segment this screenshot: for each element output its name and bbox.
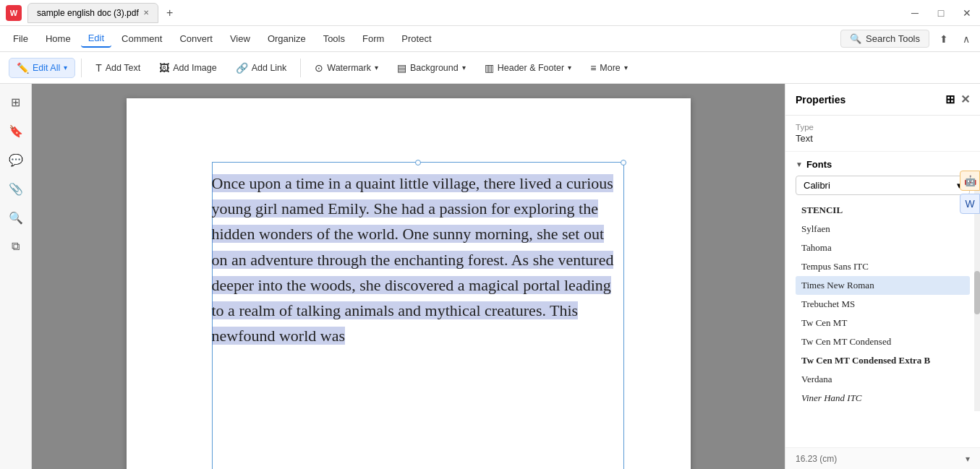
font-dropdown[interactable]: Calibri ▾ bbox=[796, 176, 970, 195]
add-text-button[interactable]: T Add Text bbox=[88, 58, 148, 78]
collapse-button[interactable]: ∧ bbox=[958, 30, 974, 48]
add-image-icon: 🖼 bbox=[159, 62, 169, 74]
sidebar-icon-search[interactable]: 🔍 bbox=[4, 205, 28, 230]
left-sidebar: ⊞ 🔖 💬 📎 🔍 ⧉ bbox=[0, 84, 32, 469]
main-content: ⊞ 🔖 💬 📎 🔍 ⧉ Once upon a time in a quaint… bbox=[0, 84, 980, 469]
new-tab-button[interactable]: + bbox=[161, 4, 179, 22]
sidebar-icon-bookmarks[interactable]: 🔖 bbox=[4, 119, 28, 143]
menu-comment[interactable]: Comment bbox=[114, 30, 169, 47]
font-list-item[interactable]: Trebuchet MS bbox=[796, 295, 970, 314]
sidebar-icon-attachments[interactable]: 📎 bbox=[4, 176, 28, 201]
edit-icon: ✏️ bbox=[17, 62, 29, 74]
title-bar: W sample english doc (3).pdf ✕ + ─ □ ✕ bbox=[0, 0, 980, 26]
font-list-item[interactable]: Tempus Sans ITC bbox=[796, 257, 970, 276]
fonts-section: ▼ Fonts Calibri ▾ STENCILSylfaenTahomaTe… bbox=[785, 152, 980, 469]
edit-all-button[interactable]: ✏️ Edit All ▾ bbox=[9, 58, 75, 78]
measure-dropdown-arrow[interactable]: ▾ bbox=[966, 454, 970, 464]
add-link-icon: 🔗 bbox=[236, 62, 248, 74]
more-icon: ≡ bbox=[590, 62, 596, 74]
toolbar-separator-2 bbox=[300, 59, 301, 77]
scrollbar-thumb[interactable] bbox=[974, 271, 980, 314]
resize-handle-top-right[interactable] bbox=[621, 160, 626, 165]
background-icon: ▤ bbox=[397, 62, 406, 74]
fonts-collapse-arrow: ▼ bbox=[796, 160, 803, 168]
header-footer-label: Header & Footer bbox=[498, 63, 564, 73]
font-list-item[interactable]: Tw Cen MT bbox=[796, 314, 970, 332]
header-footer-button[interactable]: ▥ Header & Footer ▾ bbox=[477, 58, 579, 78]
sidebar-icon-pages[interactable]: ⊞ bbox=[4, 90, 28, 114]
background-button[interactable]: ▤ Background ▾ bbox=[389, 58, 474, 78]
type-section: Type Text bbox=[785, 116, 980, 152]
watermark-label: Watermark bbox=[327, 63, 371, 73]
right-edge-icons: 🤖 W bbox=[960, 171, 980, 215]
pdf-page: Once upon a time in a quaint little vill… bbox=[127, 98, 691, 469]
font-list-item[interactable]: Tw Cen MT Condensed Extra B bbox=[796, 351, 970, 370]
menu-file[interactable]: File bbox=[6, 30, 35, 47]
bottom-measure-bar: 16.23 (cm) ▾ bbox=[785, 447, 980, 469]
maximize-button[interactable]: □ bbox=[934, 6, 948, 20]
properties-close-button[interactable]: ✕ bbox=[960, 92, 970, 106]
header-footer-arrow: ▾ bbox=[568, 64, 571, 72]
tab-close-button[interactable]: ✕ bbox=[143, 9, 149, 17]
pdf-text-block[interactable]: Once upon a time in a quaint little vill… bbox=[212, 171, 624, 348]
menu-edit[interactable]: Edit bbox=[81, 30, 111, 48]
search-tools-button[interactable]: 🔍 Search Tools bbox=[840, 30, 929, 48]
menu-tools[interactable]: Tools bbox=[316, 30, 352, 47]
type-label: Type bbox=[796, 123, 970, 132]
more-button[interactable]: ≡ More ▾ bbox=[582, 58, 636, 78]
menu-organize[interactable]: Organize bbox=[260, 30, 313, 47]
font-list-item[interactable]: Verdana bbox=[796, 370, 970, 389]
fonts-header[interactable]: ▼ Fonts bbox=[796, 159, 970, 170]
fonts-label: Fonts bbox=[806, 159, 832, 170]
watermark-button[interactable]: ⊙ Watermark ▾ bbox=[307, 58, 386, 78]
properties-filter-icon[interactable]: ⊞ bbox=[945, 92, 955, 106]
sidebar-icon-comments[interactable]: 💬 bbox=[4, 147, 28, 172]
watermark-arrow: ▾ bbox=[375, 64, 378, 72]
font-list-item[interactable]: Viner Hand ITC bbox=[796, 389, 970, 408]
minimize-button[interactable]: ─ bbox=[908, 6, 922, 20]
background-arrow: ▾ bbox=[462, 64, 466, 72]
add-text-icon: T bbox=[95, 62, 102, 74]
add-image-label: Add Image bbox=[173, 63, 216, 73]
font-list-item[interactable]: Tahoma bbox=[796, 238, 970, 257]
menu-form[interactable]: Form bbox=[355, 30, 391, 47]
tab-title: sample english doc (3).pdf bbox=[37, 8, 139, 18]
properties-panel: Properties ⊞ ✕ Type Text ▼ Fonts Calibri… bbox=[785, 84, 980, 469]
font-list-item[interactable]: Tw Cen MT Condensed bbox=[796, 332, 970, 351]
app-logo: W bbox=[6, 5, 22, 21]
more-label: More bbox=[600, 63, 620, 73]
menu-home[interactable]: Home bbox=[38, 30, 78, 47]
menu-protect[interactable]: Protect bbox=[394, 30, 438, 47]
menu-bar: File Home Edit Comment Convert View Orga… bbox=[0, 26, 980, 52]
tab-bar: sample english doc (3).pdf ✕ + bbox=[27, 3, 902, 23]
resize-handle-top-center[interactable] bbox=[415, 160, 421, 165]
background-label: Background bbox=[410, 63, 459, 73]
upload-button[interactable]: ⬆ bbox=[935, 30, 953, 48]
more-arrow: ▾ bbox=[624, 64, 628, 72]
menu-convert[interactable]: Convert bbox=[172, 30, 220, 47]
window-controls: ─ □ ✕ bbox=[908, 6, 974, 20]
close-window-button[interactable]: ✕ bbox=[960, 6, 974, 20]
header-footer-icon: ▥ bbox=[485, 62, 494, 74]
measure-value: 16.23 (cm) bbox=[796, 454, 837, 464]
font-list[interactable]: STENCILSylfaenTahomaTempus Sans ITCTimes… bbox=[796, 201, 970, 462]
toolbar-separator-1 bbox=[81, 59, 82, 77]
sidebar-icon-layers[interactable]: ⧉ bbox=[4, 234, 28, 259]
menu-right-area: 🔍 Search Tools ⬆ ∧ bbox=[840, 30, 974, 48]
word-icon[interactable]: W bbox=[960, 194, 980, 214]
menu-view[interactable]: View bbox=[223, 30, 257, 47]
tab-item[interactable]: sample english doc (3).pdf ✕ bbox=[27, 3, 158, 23]
add-link-button[interactable]: 🔗 Add Link bbox=[228, 58, 295, 78]
current-font-name: Calibri bbox=[804, 180, 830, 191]
add-image-button[interactable]: 🖼 Add Image bbox=[151, 58, 224, 78]
highlighted-text: Once upon a time in a quaint little vill… bbox=[212, 174, 614, 345]
add-link-label: Add Link bbox=[252, 63, 287, 73]
ai-assistant-icon[interactable]: 🤖 bbox=[960, 171, 980, 191]
properties-title: Properties bbox=[796, 94, 845, 106]
pdf-viewer-area[interactable]: Once upon a time in a quaint little vill… bbox=[32, 84, 785, 469]
font-list-item[interactable]: Sylfaen bbox=[796, 220, 970, 238]
font-list-item[interactable]: Times New Roman bbox=[796, 276, 970, 295]
type-value: Text bbox=[796, 133, 970, 144]
font-list-item[interactable]: STENCIL bbox=[796, 201, 970, 220]
edit-all-arrow: ▾ bbox=[64, 64, 67, 72]
